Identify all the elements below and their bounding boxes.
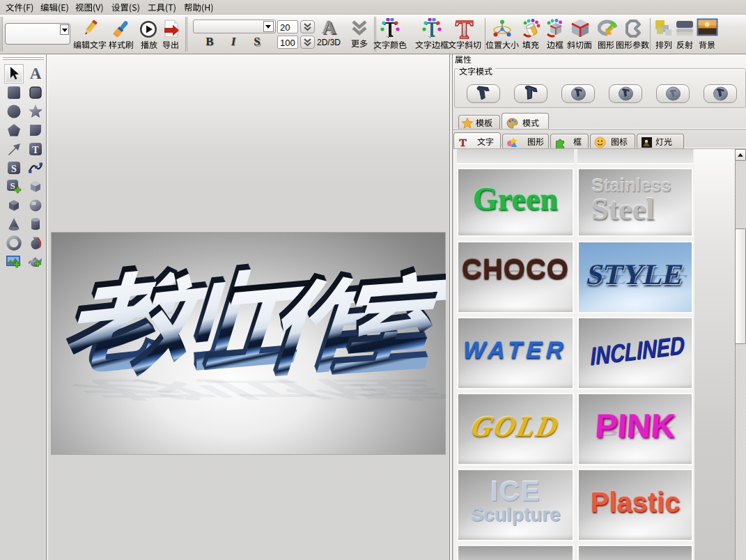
svg-text:T: T xyxy=(32,145,39,155)
svg-text:A: A xyxy=(30,66,42,81)
svg-text:T: T xyxy=(460,137,467,148)
svg-text:S: S xyxy=(11,164,17,174)
